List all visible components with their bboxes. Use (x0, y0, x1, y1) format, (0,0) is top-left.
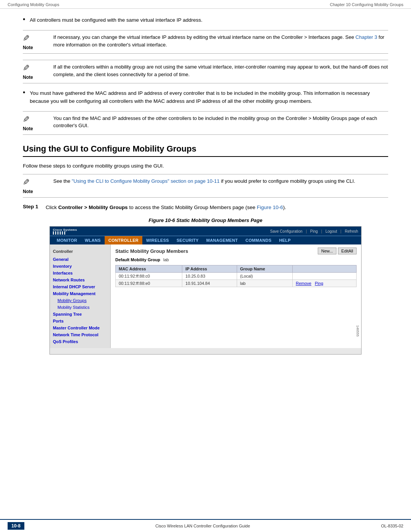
cell-mac-2: 00:11:92:ff:88:e0 (116, 280, 182, 287)
page-number: 10-8 (8, 522, 24, 530)
ping-link-row[interactable]: Ping (315, 281, 323, 286)
ping-link[interactable]: Ping (310, 229, 318, 233)
step-1-bold: Controller > Mobility Groups (58, 204, 128, 210)
col-actions (293, 265, 357, 273)
new-button[interactable]: New... (318, 248, 336, 254)
note-label-3: Note (23, 126, 33, 131)
step-1-label: Step 1 (23, 204, 46, 209)
cell-actions-2: Remove Ping (293, 280, 357, 287)
bullet-dot-1: • (23, 16, 25, 24)
cli-section-link[interactable]: "Using the CLI to Configure Mobility Gro… (72, 178, 220, 184)
gui-screenshot: Cisco Systems ▌▌▌▌▌▌ Save Configuration … (49, 226, 362, 355)
note-label-4: Note (23, 189, 33, 194)
gui-main-panel: Static Mobility Group Members New... Edi… (111, 244, 361, 348)
table-row: 00:11:92:ff:88:c0 10.25.0.83 (Local) (116, 273, 357, 280)
default-mobility-group-value: lab (163, 257, 169, 262)
refresh-link[interactable]: Refresh (345, 229, 358, 233)
table-row: 00:11:92:ff:88:e0 10.91.104.84 lab Remov… (116, 280, 357, 287)
sidebar-item-spanning-tree[interactable]: Spanning Tree (50, 311, 110, 318)
step-1-text: Click Controller > Mobility Groups to ac… (46, 204, 388, 211)
sidebar-item-mobility-statistics[interactable]: Mobility Statistics (50, 304, 110, 311)
sidebar-item-master-controller[interactable]: Master Controller Mode (50, 324, 110, 331)
editall-button[interactable]: EditAll (338, 248, 357, 254)
figure-10-6-link[interactable]: Figure 10-6 (257, 204, 283, 210)
bullet-text-1: All controllers must be configured with … (30, 16, 202, 24)
note-text-3: You can find the MAC and IP addresses of… (53, 115, 388, 131)
gui-main-header: Static Mobility Group Members New... Edi… (115, 248, 357, 254)
pencil-icon-3: ✎ (23, 115, 30, 125)
nav-management[interactable]: MANAGEMENT (202, 236, 242, 244)
sidebar-item-ports[interactable]: Ports (50, 318, 110, 324)
col-mac: MAC Address (116, 265, 182, 273)
nav-wireless[interactable]: WIRELESS (142, 236, 173, 244)
sidebar-item-network-routes[interactable]: Network Routes (50, 276, 110, 283)
nav-monitor[interactable]: MONITOR (53, 236, 81, 244)
chapter-title: Chapter 10 Configuring Mobility Groups (330, 2, 403, 7)
sidebar-item-mobility-management[interactable]: Mobility Management (50, 290, 110, 297)
cisco-logo: Cisco Systems ▌▌▌▌▌▌ (53, 228, 77, 234)
gui-main-title: Static Mobility Group Members (115, 248, 188, 254)
gui-topbar: Cisco Systems ▌▌▌▌▌▌ Save Configuration … (50, 227, 361, 236)
note-text-1: If necessary, you can change the virtual… (53, 34, 388, 50)
note-icon-col-1: ✎ Note (23, 34, 53, 50)
page-footer: 10-8 Cisco Wireless LAN Controller Confi… (0, 519, 411, 532)
sidebar-item-inventory[interactable]: Inventory (50, 263, 110, 270)
pencil-icon-1: ✎ (23, 34, 30, 43)
gui-body: Controller General Inventory Interfaces … (50, 244, 361, 348)
nav-wlans[interactable]: WLANs (81, 236, 105, 244)
note-icon-col-4: ✎ Note (23, 177, 53, 194)
cell-group-1: (Local) (237, 273, 293, 280)
section-intro: Follow these steps to configure mobility… (23, 163, 388, 169)
nav-controller[interactable]: CONTROLLER (105, 236, 142, 244)
sidebar-item-mobility-groups[interactable]: Mobility Groups (50, 297, 110, 304)
gui-table-body: 00:11:92:ff:88:c0 10.25.0.83 (Local) 00:… (116, 273, 357, 287)
sidebar-item-general[interactable]: General (50, 256, 110, 263)
sidebar-item-qos[interactable]: QoS Profiles (50, 338, 110, 345)
cell-actions-1 (293, 273, 357, 280)
gui-sidebar: Controller General Inventory Interfaces … (50, 244, 111, 348)
step-1-row: Step 1 Click Controller > Mobility Group… (23, 204, 388, 211)
cell-group-2: lab (237, 280, 293, 287)
gui-table: MAC Address IP Address Group Name 00:11:… (115, 265, 357, 287)
note-text-4: See the "Using the CLI to Configure Mobi… (53, 177, 388, 194)
note-label-2: Note (23, 75, 33, 80)
col-group: Group Name (237, 265, 293, 273)
note-icon-col-3: ✎ Note (23, 115, 53, 131)
gui-table-head: MAC Address IP Address Group Name (116, 265, 357, 273)
bullet-text-2: You must have gathered the MAC address a… (30, 89, 388, 105)
main-content: • All controllers must be configured wit… (0, 9, 411, 362)
cell-mac-1: 00:11:92:ff:88:c0 (116, 273, 182, 280)
note-label-1: Note (23, 45, 33, 50)
note-text-2: If all the controllers within a mobility… (53, 63, 388, 80)
nav-security[interactable]: SECURITY (173, 236, 202, 244)
remove-link[interactable]: Remove (296, 281, 311, 286)
footer-center-text: Cisco Wireless LAN Controller Configurat… (155, 524, 250, 528)
save-config-link[interactable]: Save Configuration (270, 229, 303, 233)
gui-nav: MONITOR WLANs CONTROLLER WIRELESS SECURI… (50, 236, 361, 244)
pencil-icon-2: ✎ (23, 63, 30, 73)
side-annotation: 146555 (356, 325, 360, 348)
cell-ip-2: 10.91.104.84 (182, 280, 237, 287)
cell-ip-1: 10.25.0.83 (182, 273, 237, 280)
breadcrumb-left: Configuring Mobility Groups (8, 2, 59, 7)
chapter3-link[interactable]: Chapter 3 (355, 34, 377, 40)
sidebar-item-dhcp[interactable]: Internal DHCP Server (50, 283, 110, 290)
bullet-2: • You must have gathered the MAC address… (23, 89, 388, 105)
gui-btn-row: New... EditAll (318, 248, 357, 254)
note-block-2: ✎ Note If all the controllers within a m… (23, 60, 388, 83)
sidebar-header: Controller (50, 248, 110, 256)
bullet-dot-2: • (23, 89, 25, 97)
note-block-1: ✎ Note If necessary, you can change the … (23, 30, 388, 54)
sidebar-item-interfaces[interactable]: Interfaces (50, 270, 110, 276)
nav-commands[interactable]: COMMANDS (242, 236, 275, 244)
col-ip: IP Address (182, 265, 237, 273)
bullet-1: • All controllers must be configured wit… (23, 16, 388, 24)
gui-topbar-links: Save Configuration | Ping | Logout | Ref… (268, 229, 358, 233)
default-mobility-group-label: Default Mobility Group (115, 257, 160, 262)
nav-help[interactable]: HELP (275, 236, 295, 244)
sidebar-item-ntp[interactable]: Network Time Protocol (50, 331, 110, 338)
pencil-icon-4: ✎ (23, 177, 30, 187)
page-header: Configuring Mobility Groups Chapter 10 C… (0, 0, 411, 9)
logout-link[interactable]: Logout (325, 229, 337, 233)
note-icon-col-2: ✎ Note (23, 63, 53, 80)
